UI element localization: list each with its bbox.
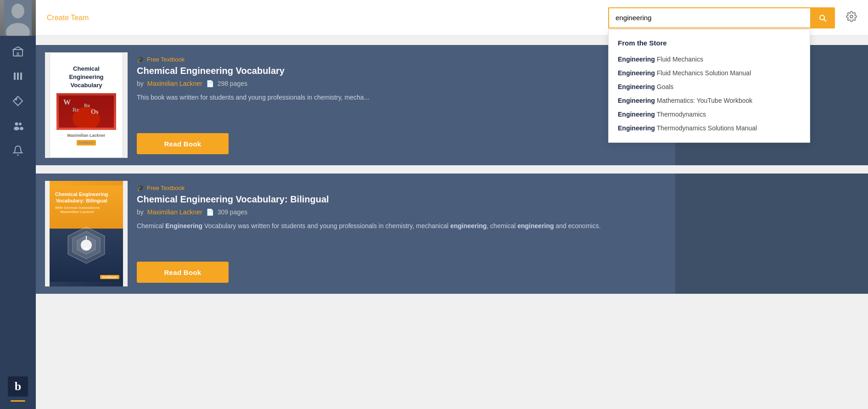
svg-point-1 — [11, 4, 24, 18]
book-author-1[interactable]: Maximilian Lackner — [147, 80, 202, 87]
book-description-2: Chemical Engineering Vocabulary was writ… — [137, 221, 664, 254]
sidebar-bottom: b — [8, 376, 28, 409]
book-cover-image-1: Chemical Engineering Vocabulary W Re Ru … — [50, 52, 123, 158]
svg-point-9 — [15, 123, 18, 126]
svg-rect-4 — [17, 52, 19, 56]
brand-logo: b — [8, 376, 28, 397]
home-icon[interactable] — [8, 41, 28, 62]
svg-rect-7 — [20, 73, 22, 80]
graduation-icon-1: 🎓 — [137, 56, 144, 63]
bell-icon[interactable] — [8, 140, 28, 161]
team-icon[interactable] — [8, 116, 28, 136]
brand-underline — [11, 400, 25, 402]
dropdown-item-2[interactable]: Engineering Fluid Mechanics Solution Man… — [609, 66, 810, 80]
read-book-button-2[interactable]: Read Book — [137, 262, 229, 283]
book-info-2: 🎓 Free Textbook Chemical Engineering Voc… — [137, 174, 675, 294]
book-tag-1: 🎓 Free Textbook — [137, 56, 664, 63]
tag-icon[interactable] — [8, 91, 28, 111]
search-dropdown: From the Store Engineering Fluid Mechani… — [608, 29, 810, 143]
svg-text:Re: Re — [73, 106, 79, 113]
dropdown-item-3[interactable]: Engineering Goals — [609, 80, 810, 94]
book-pages-2: 309 pages — [218, 208, 247, 216]
search-button[interactable] — [810, 7, 835, 28]
book-pages-1: 298 pages — [218, 80, 247, 87]
svg-text:W: W — [63, 98, 71, 106]
svg-point-8 — [16, 99, 17, 100]
book-info-1: 🎓 Free Textbook Chemical Engineering Voc… — [137, 45, 675, 165]
dropdown-title: From the Store — [609, 39, 810, 52]
avatar — [0, 0, 36, 36]
pages-icon-2: 📄 — [206, 208, 214, 216]
svg-text:Ru: Ru — [84, 103, 90, 108]
book-author-row-1: by Maximilian Lackner 📄 298 pages — [137, 80, 664, 87]
sidebar-nav — [8, 36, 28, 376]
svg-point-10 — [14, 127, 19, 130]
main-area: Create Team From the Store Engineering F… — [36, 0, 868, 409]
dropdown-item-1[interactable]: Engineering Fluid Mechanics — [609, 52, 810, 66]
settings-icon[interactable] — [846, 11, 857, 25]
sidebar: b — [0, 0, 36, 409]
dropdown-item-6[interactable]: Engineering Thermodynamics Solutions Man… — [609, 121, 810, 135]
book-author-row-2: by Maximilian Lackner 📄 309 pages — [137, 208, 664, 216]
search-container: From the Store Engineering Fluid Mechani… — [608, 7, 835, 28]
book-title-1: Chemical Engineering Vocabulary — [137, 66, 664, 76]
book-description-1: This book was written for students and y… — [137, 93, 664, 126]
header-title: Create Team — [47, 14, 608, 22]
search-icon — [818, 13, 827, 22]
pages-icon-1: 📄 — [206, 80, 214, 87]
book-cover-2: Chemical EngineeringVocabulary: Bilingua… — [45, 181, 128, 286]
library-icon[interactable] — [8, 66, 28, 86]
dropdown-item-5[interactable]: Engineering Thermodynamics — [609, 107, 810, 121]
svg-point-13 — [850, 15, 853, 18]
read-book-button-1[interactable]: Read Book — [137, 133, 229, 154]
book-card-right-2 — [675, 174, 868, 294]
svg-text:Os: Os — [91, 108, 99, 115]
book-cover-1: Chemical Engineering Vocabulary W Re Ru … — [45, 52, 128, 158]
dropdown-item-4[interactable]: Engineering Mathematics: YouTube Workboo… — [609, 94, 810, 107]
svg-rect-6 — [17, 73, 19, 80]
book-tag-2: 🎓 Free Textbook — [137, 185, 664, 191]
graduation-icon-2: 🎓 — [137, 185, 144, 191]
svg-point-11 — [19, 123, 22, 125]
book-title-2: Chemical Engineering Vocabulary: Bilingu… — [137, 194, 664, 205]
book-cover-image-2: Chemical EngineeringVocabulary: Bilingua… — [50, 181, 123, 286]
svg-rect-5 — [14, 73, 16, 80]
book-card-2: Chemical EngineeringVocabulary: Bilingua… — [36, 174, 868, 294]
search-input[interactable] — [608, 7, 810, 28]
header: Create Team From the Store Engineering F… — [36, 0, 868, 36]
book-author-2[interactable]: Maximilian Lackner — [147, 208, 202, 216]
svg-point-12 — [20, 127, 23, 130]
